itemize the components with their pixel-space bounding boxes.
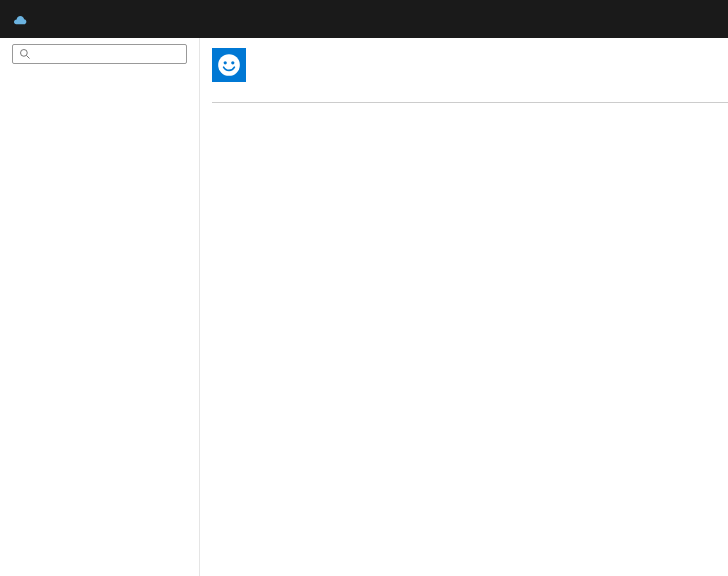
svg-point-0: [21, 50, 28, 57]
svg-point-3: [224, 61, 227, 64]
search-input[interactable]: [35, 48, 180, 60]
divider: [212, 102, 728, 103]
search-icon: [19, 48, 31, 60]
main-content: [200, 38, 728, 576]
congrats-block: [212, 48, 728, 96]
svg-point-4: [231, 61, 234, 64]
sidebar: [0, 38, 200, 576]
svg-point-2: [218, 54, 240, 76]
page-header: [0, 0, 728, 38]
smiley-icon: [212, 48, 246, 82]
search-box[interactable]: [12, 44, 187, 64]
svg-line-1: [27, 56, 30, 59]
azure-logo-icon: [10, 9, 30, 29]
